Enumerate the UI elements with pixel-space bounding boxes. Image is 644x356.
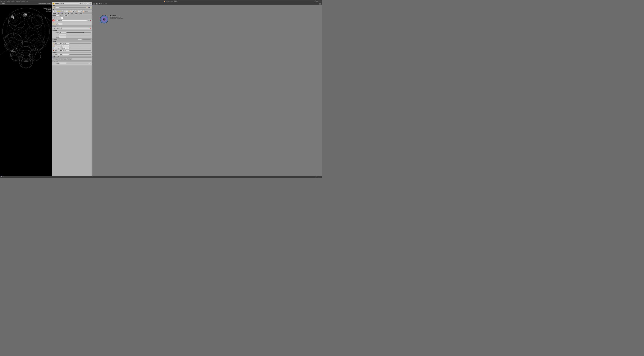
image-btn[interactable]: 🖼 [72, 10, 74, 12]
gaussianblur-slider[interactable] [70, 48, 91, 48]
iter-name-input[interactable]: Iterator_5 [57, 19, 87, 21]
iter-tab-2[interactable]: 2 [55, 17, 57, 19]
menu-edit[interactable]: Edit [4, 1, 5, 2]
swirl-slider[interactable] [69, 43, 91, 44]
help-icon-global[interactable]: ? [321, 1, 321, 2]
flam3h-name-input[interactable]: FLAM3H1 [59, 3, 79, 4]
tab-flame[interactable]: FLAME [52, 12, 57, 14]
speed-label: speed [53, 34, 59, 35]
copy-btn[interactable]: 📋 [52, 10, 54, 12]
mem-slider[interactable] [59, 7, 86, 7]
speed-input[interactable]: 0 [59, 34, 66, 36]
menu-render[interactable]: Render [7, 1, 10, 2]
pre-input[interactable] [77, 39, 82, 40]
xaos-input[interactable]: xaos :1 :1 :1 :1 :1 [53, 27, 89, 29]
zoom-icon[interactable]: 🔍 [1, 176, 2, 178]
dropdown2-btn[interactable]: ▾ [66, 10, 68, 12]
location-input[interactable]: 0.69 [59, 32, 66, 33]
linear-name-btn[interactable]: Linear ▾ [54, 54, 61, 55]
tab-ff[interactable]: FF [57, 12, 60, 14]
dropdown3-btn[interactable]: ▾ [74, 10, 76, 12]
iter-close-btn[interactable]: ✕ [52, 19, 54, 21]
right-settings-btn[interactable]: ≡ [319, 3, 321, 4]
node-file: meckie_satania_lazysusan.flame [110, 18, 124, 19]
bubble-slider[interactable] [69, 46, 91, 46]
nav-back-btn[interactable]: ◀ [93, 3, 95, 4]
iter-star-btn[interactable]: ✸ [90, 19, 92, 21]
dropdown-btn[interactable]: ▾ [55, 10, 57, 12]
viewport-camera-btn[interactable]: Karma CPU Persp [38, 3, 46, 4]
julian-name-btn[interactable]: JuliaN... ▾ [54, 50, 61, 51]
save-btn[interactable]: 💾 [64, 10, 66, 12]
scale-extra-btn[interactable]: ⊞ [89, 62, 91, 64]
nav-fwd-btn[interactable]: ▶ [96, 3, 98, 4]
dropdown4-btn[interactable]: ▾ [78, 10, 80, 12]
menu-file[interactable]: File [1, 1, 2, 2]
add-btn[interactable]: ⊞ [80, 10, 82, 12]
swirl-w-input[interactable]: 0.00125 [62, 43, 69, 44]
iter-dropdown-btn[interactable]: ▾ [88, 19, 90, 21]
linear-slider[interactable] [69, 54, 91, 55]
gaussianblur-w-input[interactable]: -0.05 [63, 47, 70, 49]
palette-btn[interactable]: 🎨 [70, 10, 72, 12]
scale-input[interactable]: 1 [59, 62, 66, 64]
menu-assets[interactable]: Assets [12, 1, 14, 2]
vars-tab[interactable]: 5: VARS [67, 58, 72, 60]
tab-out[interactable]: OUT [70, 12, 74, 14]
geo-label[interactable]: geo1 [105, 3, 107, 4]
bubble-name-btn[interactable]: Bubble ▾ [54, 45, 61, 47]
iter-add2-btn[interactable]: ⊕ [55, 19, 57, 21]
viewport-nocam-btn[interactable]: No cam [47, 3, 51, 4]
pre-affine-tab[interactable]: 5: pre affine [53, 58, 60, 60]
julian-slider[interactable] [69, 50, 91, 51]
flame-btn[interactable]: 🔥 [82, 10, 84, 12]
gaussianblur-name-btn[interactable]: Gaussian_blur... ▾ [54, 47, 62, 49]
obj-label[interactable]: obj [100, 3, 102, 4]
menu-help[interactable]: Help [26, 1, 28, 2]
settings2-btn[interactable]: ⚙ [82, 3, 84, 4]
search-btn[interactable]: 🔍 [84, 3, 86, 4]
julian-w-input[interactable]: 1.00125 [62, 50, 69, 51]
post-affine-tab[interactable]: 5: post affine [60, 58, 66, 60]
scale-slider[interactable] [66, 63, 88, 63]
menu-redshift[interactable]: Redshift [21, 1, 25, 2]
clear-btn[interactable]: Clear [64, 14, 68, 16]
mem-value-input[interactable]: 512 [54, 6, 59, 8]
tab-mb[interactable]: MB [64, 12, 68, 14]
refresh-btn[interactable]: ↺ [62, 10, 64, 12]
info-btn[interactable]: ℹ [87, 3, 89, 4]
help-btn[interactable]: ? [90, 3, 92, 4]
tab-about[interactable]: about [78, 12, 83, 14]
iter-tab-5[interactable]: 5 [61, 17, 63, 19]
location-slider[interactable] [66, 32, 91, 33]
settings-btn[interactable]: ⚙ [79, 3, 81, 4]
viewport-expand-icon[interactable]: ▶ [1, 3, 2, 4]
tab-in[interactable]: IN [68, 12, 70, 14]
nav-icon[interactable]: ↗ [3, 176, 4, 178]
bubble-w-input[interactable]: 0.05 [62, 45, 69, 47]
speed-slider[interactable] [66, 35, 91, 35]
tab-prefs[interactable]: prefs [74, 12, 79, 14]
swirl-name-btn[interactable]: Swirl ▾ [54, 43, 61, 44]
xaos-row: xaos :1 :1 :1 :1 :1 ✸ [52, 27, 92, 29]
iter-add-btn[interactable]: + [60, 14, 62, 16]
pre-slider[interactable] [82, 39, 91, 39]
pre-collapse-icon[interactable]: ▸ [53, 39, 54, 40]
tab-cp[interactable]: CP [60, 12, 64, 14]
iter-remove-btn[interactable]: − [62, 14, 64, 16]
linear-dropdown-icon: ▾ [60, 54, 61, 55]
xaos-star-btn[interactable]: ✸ [89, 27, 91, 29]
titlebar-left-tab[interactable]: Main [174, 0, 177, 2]
iter-tab-1[interactable]: 1 [52, 17, 54, 19]
star-icon-2: ★ [59, 10, 60, 12]
w-slider[interactable] [63, 24, 91, 24]
menu-windows[interactable]: Windows [16, 1, 20, 2]
linear-w-input[interactable]: 0 [62, 54, 69, 55]
iterators-input[interactable]: 5 [56, 14, 60, 16]
w-input[interactable]: 15 [58, 23, 62, 25]
pre-affine-label: PRE AFFINE [53, 60, 58, 61]
opacity-input[interactable]: 1 [59, 36, 66, 38]
iter-tab-3[interactable]: 3 [57, 17, 59, 19]
opacity-slider[interactable] [66, 37, 91, 37]
iter-tab-4[interactable]: 4 [59, 17, 61, 19]
